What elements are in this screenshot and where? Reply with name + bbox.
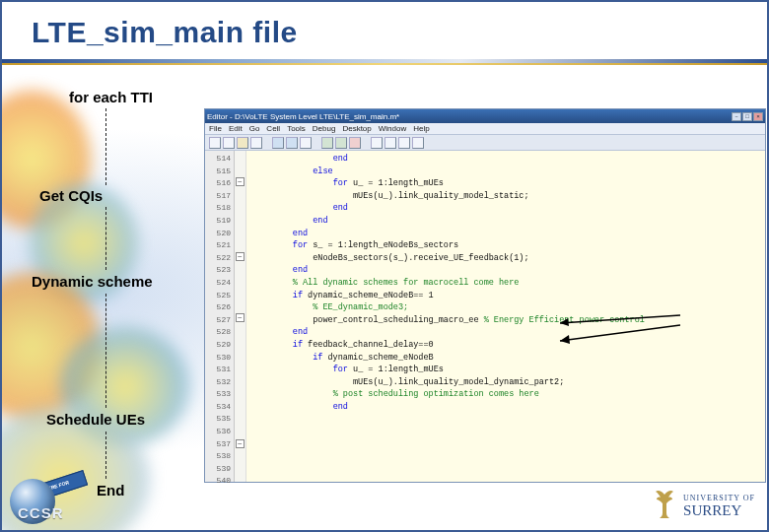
code-line[interactable]: % EE_dynamic_mode3; xyxy=(252,301,765,314)
menu-help[interactable]: Help xyxy=(413,124,429,133)
ccsr-text: CCSR xyxy=(18,504,64,521)
code-line[interactable]: end xyxy=(252,202,765,215)
editor-gutter: 514 515 516 517 518 519 520 521 522 523 … xyxy=(205,151,235,482)
editor-titlebar: Editor - D:\VoLTE System Level LTE\LTE_s… xyxy=(205,109,765,123)
flow-dash-3 xyxy=(105,294,106,408)
menu-desktop[interactable]: Desktop xyxy=(342,124,371,133)
code-line[interactable]: % All dynamic schemes for macrocell come… xyxy=(252,277,765,290)
flow-step-tti: for each TTI xyxy=(69,89,153,105)
fold-icon[interactable]: − xyxy=(236,439,245,448)
flow-dash-4 xyxy=(105,432,106,479)
flow-dash-1 xyxy=(105,108,106,185)
code-line[interactable]: eNodeBs_sectors(s_).receive_UE_feedback(… xyxy=(252,252,765,265)
code-line[interactable]: if dynamic_scheme_eNodeB== 1 xyxy=(252,290,765,302)
fold-icon[interactable]: − xyxy=(236,252,245,261)
ccsr-logo: CCSR xyxy=(10,479,101,524)
code-line[interactable]: end xyxy=(252,153,765,166)
editor-code[interactable]: end else for u_ = 1:length_mUEs mUEs(u_)… xyxy=(246,151,765,482)
editor-menubar[interactable]: FileEditGoCellToolsDebugDesktopWindowHel… xyxy=(205,123,765,135)
menu-file[interactable]: File xyxy=(209,124,222,133)
code-line[interactable]: if feedback_channel_delay==0 xyxy=(252,339,765,352)
menu-debug[interactable]: Debug xyxy=(313,124,336,133)
code-line[interactable]: mUEs(u_).link_quality_model_static; xyxy=(252,190,765,203)
svg-marker-3 xyxy=(560,335,570,344)
flow-step-dynamic: Dynamic scheme xyxy=(32,273,153,290)
code-line[interactable]: mUEs(u_).link_quality_model_dynamic_part… xyxy=(252,376,765,389)
code-line[interactable]: end xyxy=(252,401,765,414)
surrey-name: SURREY xyxy=(683,504,755,516)
code-line[interactable]: end xyxy=(252,326,765,339)
code-line[interactable]: for u_ = 1:length_mUEs xyxy=(252,177,765,190)
editor-toolbar[interactable] xyxy=(205,135,765,151)
stag-icon xyxy=(652,489,677,520)
code-line[interactable]: for s_ = 1:length_eNodeBs_sectors xyxy=(252,239,765,252)
menu-go[interactable]: Go xyxy=(249,124,260,133)
fold-icon[interactable]: − xyxy=(236,177,245,186)
flow-dash-2 xyxy=(105,207,106,270)
code-line[interactable]: power_control_scheduling_macro_ee % Ener… xyxy=(252,314,765,327)
menu-cell[interactable]: Cell xyxy=(266,124,280,133)
max-icon[interactable]: □ xyxy=(742,112,752,121)
flow-step-cqis: Get CQIs xyxy=(39,187,103,204)
menu-window[interactable]: Window xyxy=(379,124,406,133)
code-line[interactable]: else xyxy=(252,166,765,178)
code-line[interactable]: end xyxy=(252,228,765,240)
min-icon[interactable]: – xyxy=(732,112,741,121)
code-line[interactable]: end xyxy=(252,264,765,277)
close-icon[interactable]: × xyxy=(753,112,763,121)
code-line[interactable]: if dynamic_scheme_eNodeB xyxy=(252,352,765,365)
arrow-to-ee-2 xyxy=(556,319,684,349)
editor-title: Editor - D:\VoLTE System Level LTE\LTE_s… xyxy=(207,112,399,121)
flow-step-schedule: Schedule UEs xyxy=(46,411,145,428)
svg-line-2 xyxy=(560,325,680,341)
menu-tools[interactable]: Tools xyxy=(287,124,306,133)
code-line[interactable]: % post scheduling optimization comes her… xyxy=(252,388,765,401)
editor-fold-column: − − − − xyxy=(235,151,246,482)
fold-icon[interactable]: − xyxy=(236,313,245,322)
code-line[interactable]: end xyxy=(252,215,765,228)
menu-edit[interactable]: Edit xyxy=(229,124,243,133)
surrey-logo: UNIVERSITY OF SURREY xyxy=(652,489,755,520)
code-line[interactable]: for u_ = 1:length_mUEs xyxy=(252,364,765,376)
